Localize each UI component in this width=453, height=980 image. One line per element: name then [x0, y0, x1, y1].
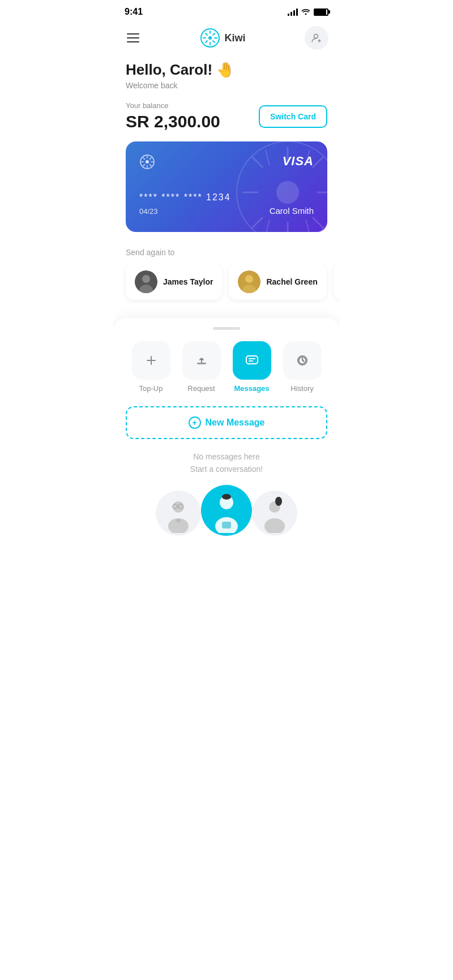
topup-icon-box[interactable]	[132, 341, 170, 380]
svg-point-39	[245, 275, 253, 283]
logo: Kiwi	[200, 28, 245, 48]
balance-info: Your balance SR 2,300.00	[126, 101, 220, 131]
new-message-button[interactable]: + New Message	[126, 406, 327, 439]
card-kiwi-icon	[139, 154, 155, 170]
header: Kiwi	[113, 20, 340, 61]
svg-line-22	[306, 150, 310, 165]
status-time: 9:41	[125, 7, 143, 17]
history-icon	[296, 354, 309, 367]
empty-state-line1: No messages here	[126, 450, 327, 463]
svg-line-7	[213, 41, 215, 42]
svg-line-31	[143, 158, 145, 160]
battery-icon	[314, 8, 328, 16]
balance-label: Your balance	[126, 101, 220, 110]
svg-point-36	[142, 275, 150, 283]
svg-line-8	[213, 33, 215, 35]
messages-icon	[245, 353, 259, 368]
signal-icon	[288, 8, 298, 16]
svg-line-19	[313, 156, 324, 167]
request-icon-box[interactable]	[182, 341, 221, 380]
kiwi-logo-icon	[200, 28, 220, 48]
svg-line-21	[266, 150, 270, 165]
svg-rect-44	[198, 363, 206, 365]
illustration	[126, 485, 327, 536]
avatar-james-taylor	[135, 270, 157, 293]
main-content: Hello, Carol! 🤚 Welcome back Your balanc…	[113, 61, 340, 304]
balance-amount: SR 2,300.00	[126, 112, 220, 131]
empty-state-line2: Start a conversation!	[126, 463, 327, 475]
wifi-icon	[301, 7, 310, 16]
send-again-label: Send again to	[126, 248, 327, 257]
svg-line-18	[313, 217, 324, 229]
illustration-figure-left	[156, 491, 201, 536]
profile-button[interactable]	[305, 26, 328, 50]
status-icons	[288, 7, 328, 16]
history-icon-box[interactable]	[283, 341, 322, 380]
action-request[interactable]: Request	[176, 341, 226, 393]
svg-point-26	[146, 160, 149, 164]
new-message-plus-icon: +	[189, 416, 201, 429]
contact-james-taylor[interactable]: James Taylor	[126, 264, 222, 300]
svg-line-24	[306, 220, 310, 232]
greeting-subtitle: Welcome back	[126, 81, 327, 90]
logo-text: Kiwi	[224, 32, 245, 44]
svg-point-12	[276, 181, 299, 204]
illustration-figure-center	[201, 485, 252, 536]
svg-line-33	[150, 158, 152, 160]
svg-line-17	[251, 156, 263, 167]
action-messages[interactable]: Messages	[226, 341, 277, 393]
empty-state: No messages here Start a conversation!	[126, 450, 327, 476]
greeting-title: Hello, Carol! 🤚	[126, 61, 327, 79]
illustration-figure-right	[252, 491, 297, 536]
balance-section: Your balance SR 2,300.00 Switch Card	[126, 101, 327, 131]
person-add-icon	[311, 32, 322, 44]
contacts-row: James Taylor Rachel Green	[113, 264, 340, 304]
plus-icon	[144, 354, 158, 367]
svg-line-20	[251, 217, 263, 229]
svg-line-34	[143, 165, 145, 166]
svg-line-9	[206, 41, 207, 42]
svg-line-6	[206, 33, 207, 35]
svg-point-56	[222, 494, 231, 500]
svg-rect-57	[222, 522, 231, 528]
avatar-rachel-green	[238, 270, 260, 293]
actions-row: Top-Up Request Messages	[126, 341, 327, 393]
action-history[interactable]: History	[277, 341, 327, 393]
switch-card-button[interactable]: Switch Card	[259, 105, 327, 128]
messages-label: Messages	[234, 384, 269, 393]
request-label: Request	[187, 384, 215, 393]
status-bar: 9:41	[113, 0, 340, 20]
contact-name-james: James Taylor	[163, 277, 213, 286]
svg-line-23	[266, 220, 270, 232]
menu-button[interactable]	[125, 31, 142, 45]
new-message-label: New Message	[206, 418, 265, 428]
contact-rachel-green[interactable]: Rachel Green	[229, 264, 326, 300]
contact-name-rachel: Rachel Green	[266, 277, 317, 286]
card-watermark	[231, 141, 327, 232]
topup-label: Top-Up	[139, 384, 163, 393]
svg-point-10	[314, 35, 318, 38]
history-label: History	[290, 384, 313, 393]
messages-icon-box[interactable]	[233, 341, 271, 380]
action-topup[interactable]: Top-Up	[126, 341, 176, 393]
credit-card[interactable]: VISA **** **** **** 1234 04/23 Carol Smi…	[126, 141, 327, 232]
greeting-section: Hello, Carol! 🤚 Welcome back	[126, 61, 327, 90]
svg-point-61	[275, 497, 282, 506]
svg-line-32	[150, 165, 152, 166]
card-expiry: 04/23	[139, 207, 158, 216]
sheet-handle	[213, 327, 240, 330]
contact-ac[interactable]	[334, 264, 340, 300]
svg-rect-45	[246, 356, 258, 364]
upload-icon	[195, 354, 208, 367]
svg-point-1	[208, 36, 212, 40]
bottom-sheet: Top-Up Request Messages	[113, 318, 340, 549]
